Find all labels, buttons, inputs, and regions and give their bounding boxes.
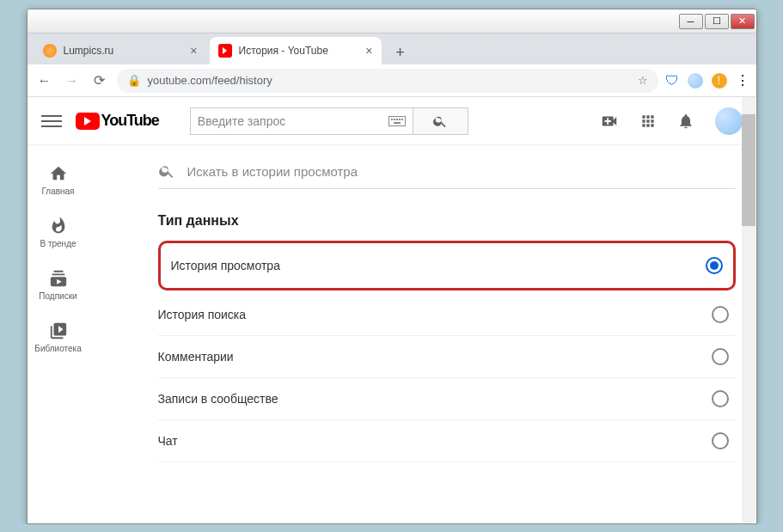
youtube-logo-text: YouTube: [101, 112, 159, 130]
library-icon: [49, 321, 68, 340]
trending-icon: [49, 217, 68, 235]
tab-label: История - YouTube: [239, 45, 328, 57]
history-type-option[interactable]: Комментарии: [158, 336, 736, 378]
hamburger-menu-icon[interactable]: [41, 115, 62, 127]
address-bar[interactable]: 🔒 youtube.com/feed/history ☆: [117, 69, 658, 93]
omnibar-right: 🛡 ! ⋮: [665, 72, 749, 89]
sidebar-item-label: В тренде: [40, 239, 76, 248]
sidebar-item-trending[interactable]: В тренде: [28, 206, 89, 259]
history-type-option[interactable]: История просмотра: [158, 241, 736, 290]
minimize-button[interactable]: ─: [679, 14, 703, 29]
radio-button[interactable]: [712, 306, 729, 323]
bell-icon[interactable]: [677, 113, 694, 130]
extension-icon[interactable]: !: [712, 73, 727, 89]
tab-youtube-history[interactable]: История - YouTube ×: [210, 37, 382, 64]
url-text: youtube.com/feed/history: [148, 74, 631, 87]
youtube-logo[interactable]: YouTube: [76, 112, 159, 130]
history-type-options: История просмотраИстория поискаКомментар…: [158, 241, 736, 462]
lock-icon: 🔒: [127, 74, 141, 87]
window-titlebar: ─ ☐ ✕: [28, 9, 756, 34]
option-label: Чат: [158, 434, 178, 448]
sidebar: Главная В тренде Подписки Библиотека: [28, 145, 89, 523]
search-input[interactable]: Введите запрос: [190, 107, 413, 135]
search-icon: [158, 162, 175, 180]
lumpics-favicon-icon: [43, 44, 57, 58]
history-type-option[interactable]: Записи в сообществе: [158, 378, 736, 420]
radio-button[interactable]: [712, 390, 729, 407]
tab-close-icon[interactable]: ×: [190, 44, 197, 58]
bookmark-star-icon[interactable]: ☆: [638, 74, 648, 87]
main-content: Искать в истории просмотра Тип данных Ис…: [89, 145, 756, 523]
scrollbar-thumb[interactable]: [742, 114, 755, 226]
sidebar-item-label: Библиотека: [34, 344, 81, 353]
search-icon: [432, 113, 448, 129]
radio-button[interactable]: [706, 257, 723, 274]
youtube-header: YouTube Введите запрос: [28, 97, 756, 145]
tab-close-icon[interactable]: ×: [365, 44, 372, 58]
back-button[interactable]: ←: [34, 70, 55, 91]
option-label: Комментарии: [158, 350, 234, 364]
youtube-body: Главная В тренде Подписки Библиотека Иск…: [28, 145, 756, 523]
sidebar-item-home[interactable]: Главная: [28, 154, 89, 206]
keyboard-icon[interactable]: [388, 116, 406, 126]
new-tab-button[interactable]: +: [388, 40, 413, 64]
history-search[interactable]: Искать в истории просмотра: [158, 162, 736, 189]
option-label: История просмотра: [171, 259, 280, 272]
sidebar-item-library[interactable]: Библиотека: [28, 311, 89, 364]
radio-button[interactable]: [712, 432, 729, 449]
tab-lumpics[interactable]: Lumpics.ru ×: [34, 37, 206, 64]
subscriptions-icon: [49, 269, 68, 288]
maximize-button[interactable]: ☐: [705, 14, 729, 29]
search-placeholder: Введите запрос: [198, 114, 285, 128]
history-search-placeholder: Искать в истории просмотра: [187, 164, 358, 179]
forward-button[interactable]: →: [62, 70, 83, 91]
close-button[interactable]: ✕: [731, 14, 755, 29]
option-label: История поиска: [158, 308, 247, 321]
option-label: Записи в сообществе: [158, 392, 278, 406]
history-type-option[interactable]: Чат: [158, 420, 736, 462]
history-type-option[interactable]: История поиска: [158, 294, 736, 336]
home-icon: [49, 164, 68, 183]
browser-window: ─ ☐ ✕ Lumpics.ru × История - YouTube × +…: [27, 9, 757, 524]
section-title: Тип данных: [158, 213, 736, 229]
sidebar-item-label: Главная: [41, 187, 74, 196]
youtube-search: Введите запрос: [190, 107, 468, 135]
omnibar: ← → ⟳ 🔒 youtube.com/feed/history ☆ 🛡 ! ⋮: [28, 64, 756, 97]
apps-grid-icon[interactable]: [639, 113, 657, 130]
youtube-play-icon: [76, 113, 100, 130]
radio-button[interactable]: [712, 348, 729, 365]
reload-button[interactable]: ⟳: [89, 70, 110, 91]
youtube-header-right: [600, 107, 743, 135]
scrollbar[interactable]: [742, 97, 755, 523]
create-video-icon[interactable]: [600, 112, 619, 131]
search-button[interactable]: [413, 107, 468, 135]
profile-avatar-icon[interactable]: [688, 73, 703, 89]
tab-label: Lumpics.ru: [64, 45, 114, 57]
browser-menu-icon[interactable]: ⋮: [736, 72, 749, 89]
youtube-favicon-icon: [218, 44, 232, 58]
tab-strip: Lumpics.ru × История - YouTube × +: [28, 34, 756, 64]
sidebar-item-subscriptions[interactable]: Подписки: [28, 259, 89, 311]
sidebar-item-label: Подписки: [39, 291, 76, 301]
user-avatar-icon[interactable]: [715, 107, 743, 135]
shield-icon[interactable]: 🛡: [665, 73, 679, 89]
